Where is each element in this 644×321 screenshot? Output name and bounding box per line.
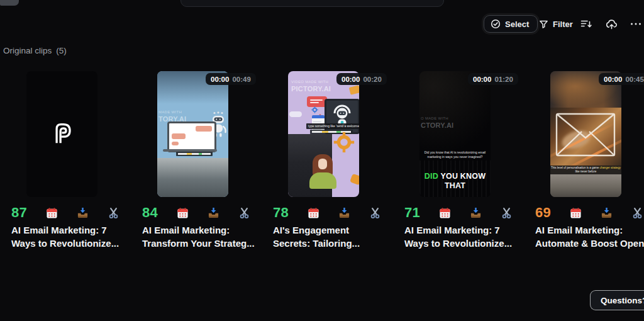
clip-thumbnail-art — [26, 71, 97, 197]
section-count: (5) — [56, 46, 67, 55]
clip-actions-row: 87 — [11, 205, 119, 221]
subtitle-text: type something like 'send a welcome e... — [306, 123, 359, 129]
more-options-button[interactable] — [628, 16, 643, 31]
select-label: Select — [505, 20, 529, 29]
clip-actions-row: 78 — [273, 205, 381, 221]
clip-actions-row: 71 — [404, 205, 513, 221]
clip-title[interactable]: AI Email Marketing: 7 Ways to Revolution… — [11, 223, 135, 250]
clip-actions-row: 69 — [535, 205, 643, 221]
scissors-icon[interactable] — [501, 207, 513, 219]
woman-avatar-body — [309, 172, 336, 189]
scissors-icon[interactable] — [238, 207, 250, 219]
photo-band — [550, 108, 621, 166]
envelope-wireframe-icon — [554, 111, 617, 160]
inbox-download-icon[interactable] — [470, 207, 482, 219]
window-corner-tab — [0, 0, 19, 6]
clip-duration-badge: 00:00 01:20 — [468, 73, 518, 85]
clip-actions-row: 84 — [142, 205, 250, 221]
clip-title[interactable]: AI Email Marketing: Automate & Boost Ope… — [535, 223, 644, 250]
clip-title[interactable]: AI Email Marketing: Transform Your Strat… — [142, 223, 265, 250]
select-button[interactable]: Select — [484, 15, 538, 33]
virality-score: 71 — [404, 205, 420, 221]
clip-card: 87 AI Email Marketing: 7 Ways to Revolut… — [11, 71, 135, 197]
clip-title[interactable]: AI Email Marketing: 7 Ways to Revolution… — [404, 223, 528, 250]
clip-title[interactable]: AI's Engagement Secrets: Tailoring... — [273, 223, 396, 250]
scissors-icon[interactable] — [108, 207, 119, 219]
clip-thumbnail-art: O MADE WITH CTORY.AI Did you know that A… — [419, 71, 491, 197]
clip-thumbnail-art: This level of personalisation is a game … — [550, 71, 621, 197]
inbox-download-icon[interactable] — [601, 207, 613, 219]
search-input[interactable] — [180, 0, 444, 7]
gear-icon — [333, 132, 355, 155]
scissors-icon[interactable] — [369, 207, 381, 219]
clip-thumbnail[interactable]: VIDEO MADE WITH PICTORY.AI type somethin… — [288, 71, 359, 197]
calendar-icon[interactable] — [570, 207, 582, 219]
virality-score: 69 — [535, 205, 551, 221]
laptop-illustration — [167, 121, 216, 152]
virality-score: 84 — [142, 205, 158, 221]
virality-score: 78 — [273, 205, 289, 221]
more-horizontal-icon — [630, 22, 641, 26]
questions-button[interactable]: Questions? — [590, 290, 644, 310]
clip-thumbnail[interactable]: MADE WITH TORY.AI 00:00 00:49 — [157, 71, 228, 197]
calendar-icon[interactable] — [46, 207, 58, 219]
sort-button[interactable] — [579, 16, 594, 31]
subtitle-text: This level of personalisation is a game … — [550, 166, 621, 174]
clip-card: O MADE WITH CTORY.AI Did you know that A… — [404, 71, 528, 197]
video-body-text: Did you know that AI is revolutionizing … — [423, 150, 487, 159]
calendar-icon[interactable] — [177, 207, 189, 219]
clip-thumbnail-art: MADE WITH TORY.AI — [157, 71, 228, 197]
clip-thumbnail[interactable]: This level of personalisation is a game … — [550, 71, 621, 197]
inbox-download-icon[interactable] — [77, 207, 89, 219]
inbox-download-icon[interactable] — [208, 207, 219, 219]
filter-button[interactable]: Filter — [536, 15, 575, 33]
subtitle-bar — [176, 152, 213, 156]
clip-thumbnail-art: VIDEO MADE WITH PICTORY.AI type somethin… — [288, 71, 359, 197]
section-header: Original clips (5) — [3, 46, 67, 55]
cloud-upload-icon — [606, 19, 618, 30]
questions-label: Questions? — [601, 296, 644, 305]
pictory-logo-icon — [53, 123, 71, 146]
clip-duration-badge: 00:00 00:20 — [336, 73, 387, 85]
filter-funnel-icon — [539, 20, 548, 29]
filter-label: Filter — [553, 20, 573, 29]
calendar-icon[interactable] — [308, 207, 319, 219]
clip-duration-badge: 00:00 00:45 — [599, 73, 644, 85]
section-title: Original clips — [3, 46, 52, 55]
clip-thumbnail[interactable]: O MADE WITH CTORY.AI Did you know that A… — [419, 71, 491, 197]
inbox-download-icon[interactable] — [338, 207, 350, 219]
cloud-upload-button[interactable] — [604, 16, 619, 31]
art-stripes — [419, 160, 491, 197]
calendar-icon[interactable] — [439, 207, 451, 219]
clip-card: MADE WITH TORY.AI 00:00 00:49 84 AI Emai… — [142, 71, 265, 197]
virality-score: 87 — [11, 205, 27, 221]
scissors-icon[interactable] — [631, 207, 643, 219]
clip-card: VIDEO MADE WITH PICTORY.AI type somethin… — [273, 71, 396, 197]
art-bottom-blur — [550, 174, 621, 197]
clip-duration-badge: 00:00 00:49 — [206, 73, 256, 85]
clip-card: This level of personalisation is a game … — [535, 71, 644, 197]
check-circle-icon — [491, 19, 501, 29]
art-bottom-blur — [157, 158, 228, 197]
woman-avatar-face — [318, 159, 327, 169]
clip-thumbnail[interactable] — [26, 71, 97, 197]
sort-descending-icon — [580, 19, 592, 29]
cloud-illustration — [289, 111, 302, 117]
